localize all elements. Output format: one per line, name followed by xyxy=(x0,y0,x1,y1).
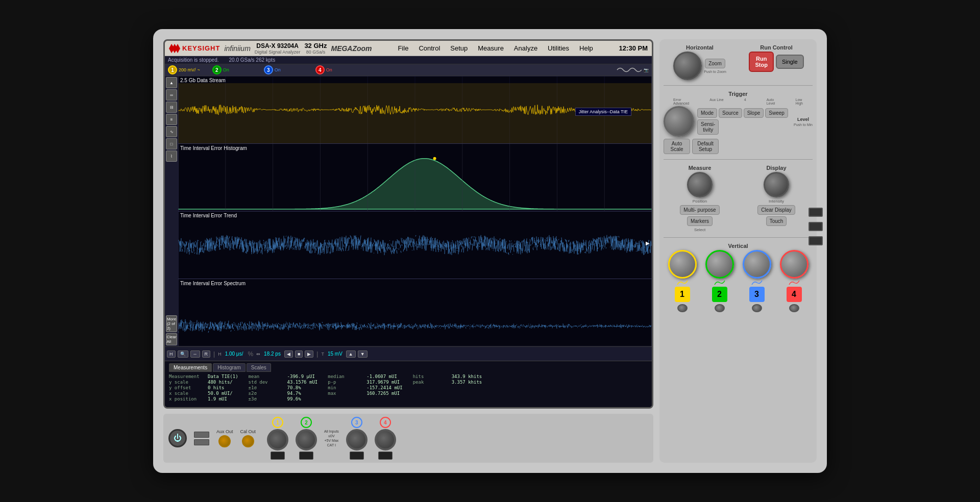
run-control-label: Run Control xyxy=(740,44,813,51)
ch1-indicator[interactable]: 1 200 mV/ ~ xyxy=(168,65,200,74)
ch2-label: On xyxy=(223,67,229,72)
meas-val-2: 0 hits xyxy=(208,385,225,390)
meas-right-col: median-1.0607 mUI p-p317.9679 mUI min-15… xyxy=(328,374,402,401)
trigger-val: 15 mV xyxy=(328,351,342,357)
ch4-fine-knob[interactable] xyxy=(789,304,799,312)
menu-analyze[interactable]: Analyze xyxy=(512,44,539,53)
meas-mid-val-0: -396.9 μUI xyxy=(287,374,315,379)
menu-control[interactable]: Control xyxy=(417,44,442,53)
pan-btn[interactable]: ↔ xyxy=(190,350,200,358)
ch4-number[interactable]: 4 xyxy=(787,287,802,302)
source-btn[interactable]: Source xyxy=(719,108,742,118)
trig-down[interactable]: ▼ xyxy=(358,350,368,358)
sep2: % xyxy=(248,350,253,358)
trigger-knob[interactable] xyxy=(664,106,694,137)
waveform-canvas[interactable] xyxy=(178,76,652,346)
meas-far-col: hits343.9 khits peak3.357 khits xyxy=(413,374,482,401)
usb-port-right-2 xyxy=(808,222,823,231)
markers-btn[interactable]: Markers xyxy=(687,216,713,226)
menu-help[interactable]: Help xyxy=(578,44,595,53)
nav-left[interactable]: ◀ xyxy=(284,350,293,358)
ch4-connector xyxy=(378,451,393,460)
mode-btn[interactable]: Mode xyxy=(697,108,717,118)
ch4-vert-knob[interactable] xyxy=(780,250,808,279)
ch1-badge: 1 xyxy=(168,65,177,74)
num-4-label: 4 xyxy=(744,98,746,105)
timebase-mode-btn[interactable]: H xyxy=(167,350,176,358)
ch2-fine-knob[interactable] xyxy=(715,304,725,312)
display-intensity-knob[interactable] xyxy=(764,172,789,197)
menu-setup[interactable]: Setup xyxy=(449,44,469,53)
default-setup-btn[interactable]: DefaultSetup xyxy=(692,139,719,154)
multipurpose-btn[interactable]: Multi- purpose xyxy=(680,205,719,215)
menu-measure[interactable]: Measure xyxy=(476,44,505,53)
zoom-btn[interactable]: 🔍 xyxy=(178,350,188,358)
meas-left-col: MeasurementData TIE(1) y scale480 hits/ … xyxy=(169,374,238,401)
side-btn-6[interactable]: ⌇ xyxy=(166,150,177,162)
auto-scale-btn[interactable]: AutoScale xyxy=(664,139,690,154)
h-label: H xyxy=(218,352,222,357)
display-section: Display Intensity Clear Display Touch xyxy=(740,165,813,232)
nav-right[interactable]: ▶ xyxy=(305,350,313,358)
tab-scales[interactable]: Scales xyxy=(247,363,271,372)
vertical-channels: 1 2 3 xyxy=(664,250,813,312)
screen-wrapper: KEYSIGHT infiniium DSA-X 93204A Digital … xyxy=(163,39,653,409)
ch3-vert-knob[interactable] xyxy=(743,250,771,279)
ch4-bnc xyxy=(375,429,396,450)
ch2-number[interactable]: 2 xyxy=(712,287,727,302)
side-btn-1[interactable]: ═ xyxy=(166,89,177,101)
side-btn-2[interactable]: ⊟ xyxy=(166,102,177,113)
slope-btn[interactable]: Slope xyxy=(744,108,764,118)
power-button[interactable]: ⏻ xyxy=(168,429,187,447)
ch3-indicator[interactable]: 3 On xyxy=(264,65,281,74)
sweep-btn[interactable]: Sweep xyxy=(765,108,788,118)
ch1-vert-knob[interactable] xyxy=(668,250,697,279)
select-label: Select xyxy=(694,228,705,232)
brand-label: KEYSIGHT xyxy=(182,44,220,52)
channel-strip: 1 200 mV/ ~ 2 On 3 On 4 On xyxy=(165,64,652,76)
low-high-label: LowHigh xyxy=(796,98,803,105)
level-label: Level xyxy=(797,117,809,122)
clear-all-btn[interactable]: ClearAll xyxy=(166,333,177,345)
h-scale-val: 1.00 μs/ xyxy=(225,351,243,357)
ch1-number[interactable]: 1 xyxy=(675,287,690,302)
meas-far-val-0: 343.9 khits xyxy=(452,374,482,379)
sensitivity-btn[interactable]: Sensi-tivity xyxy=(697,119,719,135)
vert-ch3: 3 xyxy=(743,250,771,312)
side-btn-trigger[interactable]: ▲ xyxy=(166,77,177,88)
menu-utilities[interactable]: Utilities xyxy=(546,44,571,53)
horizontal-knob[interactable] xyxy=(673,52,702,80)
tab-histogram[interactable]: Histogram xyxy=(213,363,246,372)
ch3-number[interactable]: 3 xyxy=(749,287,765,302)
power-icon: ⏻ xyxy=(174,434,182,443)
menu-file[interactable]: File xyxy=(396,44,410,53)
ch4-indicator[interactable]: 4 On xyxy=(315,65,332,74)
run-stop-button[interactable]: RunStop xyxy=(749,52,773,72)
side-btn-3[interactable]: ≡ xyxy=(166,114,177,125)
vertical-label: Vertical xyxy=(664,243,813,249)
cal-out-group: Cal Out xyxy=(240,429,256,447)
meas-mid-key-0: mean xyxy=(249,374,284,379)
side-btn-4[interactable]: ∿ xyxy=(166,126,177,137)
meas-right-key-2: min xyxy=(328,385,363,390)
ch3-fine-knob[interactable] xyxy=(752,304,762,312)
tab-measurements[interactable]: Measurements xyxy=(169,363,212,372)
trig-up[interactable]: ▲ xyxy=(346,350,356,358)
t-label: T xyxy=(321,352,324,357)
ch2-vert-knob[interactable] xyxy=(705,250,734,279)
side-btn-5[interactable]: □ xyxy=(166,138,177,149)
measure-position-knob[interactable] xyxy=(687,172,713,197)
network-port xyxy=(194,432,209,438)
ch2-indicator[interactable]: 2 On xyxy=(212,65,229,74)
zoom-control-btn[interactable]: Zoom xyxy=(705,59,725,68)
acq-status: Acquisition is stopped. xyxy=(168,57,219,63)
trigger-section: Trigger ErrorAdvanced Aux Line 4 AutoLev… xyxy=(664,91,813,154)
meas-right-key-3: max xyxy=(328,391,363,396)
more-btn[interactable]: More(2 of 2) xyxy=(166,315,177,332)
ch1-fine-knob[interactable] xyxy=(677,304,688,312)
nav-stop[interactable]: ■ xyxy=(295,350,303,358)
ref-btn[interactable]: R xyxy=(202,350,211,358)
clear-display-btn[interactable]: Clear Display xyxy=(757,205,795,215)
touch-btn[interactable]: Touch xyxy=(766,216,787,226)
single-button[interactable]: Single xyxy=(776,55,804,69)
